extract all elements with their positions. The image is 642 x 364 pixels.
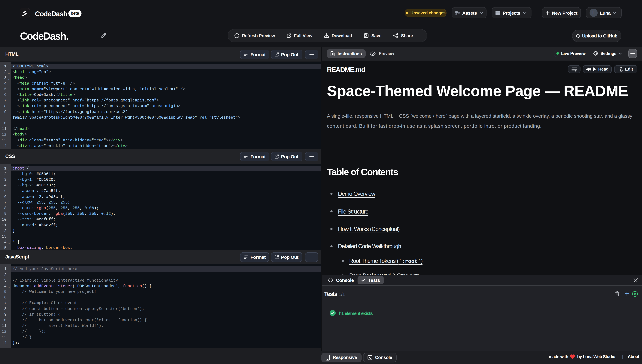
svg-text:L: L — [592, 10, 595, 15]
